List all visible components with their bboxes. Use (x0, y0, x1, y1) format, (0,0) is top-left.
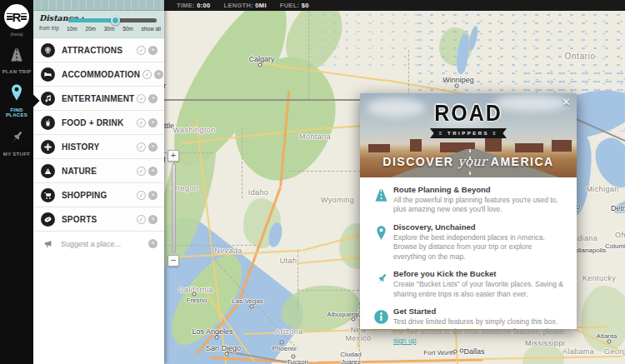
suggest-place-row[interactable]: Suggest a place... × (33, 232, 164, 256)
category-label: NATURE (62, 167, 134, 176)
map-label-alabama: Alabama (562, 347, 594, 356)
distance-tick-10m[interactable]: 10m (67, 26, 78, 32)
city-marker (250, 305, 254, 309)
ferris-wheel-icon (41, 43, 55, 57)
category-row-sports[interactable]: SPORTS✓× (33, 207, 164, 232)
category-check-icon[interactable]: ✓ (137, 94, 146, 103)
distance-ticks: 10m20m30m50mshow all (67, 26, 161, 32)
panel-header-strip (33, 0, 164, 11)
distance-filter: Distance : from trip 10m20m30m50mshow al… (33, 11, 164, 38)
map-label-utah: Utah (280, 257, 298, 265)
city-marker (453, 350, 458, 354)
sign-up-link[interactable]: sign up (393, 337, 416, 345)
map-pin-icon (8, 83, 26, 102)
category-list: ATTRACTIONS✓×ACCOMMODATION✓×ENTERTAINMEN… (33, 38, 164, 232)
city-marker (608, 340, 612, 344)
category-row-accommodation[interactable]: ACCOMMODATION✓× (33, 62, 164, 87)
category-x-icon[interactable]: × (148, 142, 158, 152)
app-logo[interactable]: R (beta) (0, 4, 33, 37)
category-x-icon[interactable]: × (148, 94, 158, 103)
city-marker (225, 352, 229, 357)
map-label-kentucky: Kentucky (582, 274, 616, 282)
city-marker (258, 63, 262, 67)
category-x-icon[interactable]: × (148, 215, 158, 224)
category-check-icon[interactable]: ✓ (137, 118, 146, 127)
suggest-clear-icon[interactable]: × (148, 239, 158, 248)
category-check-icon[interactable]: ✓ (137, 167, 146, 176)
zoom-slider[interactable] (172, 163, 176, 253)
map-label-ohio: Ohio (615, 231, 625, 239)
info-icon (368, 307, 393, 346)
category-label: SHOPPING (62, 191, 134, 200)
sidebar-item-my-stuff[interactable]: MY STUFF (0, 129, 33, 157)
category-check-icon[interactable]: ✓ (142, 70, 152, 79)
pushpin-icon (8, 129, 25, 146)
road-icon (8, 47, 25, 63)
close-icon[interactable]: ✕ (562, 96, 571, 108)
modal-tagline: DISCOVERyourAMERICA (360, 154, 577, 169)
city-marker (192, 292, 197, 297)
city-marker (460, 349, 464, 353)
zoom-in-button[interactable]: + (168, 150, 179, 162)
section-title: Before you Kick the Bucket (393, 269, 566, 278)
category-row-food-drink[interactable]: FOOD + DRINK✓× (33, 111, 164, 135)
city-marker (455, 84, 459, 88)
category-row-history[interactable]: HISTORY✓× (33, 135, 164, 159)
category-x-icon[interactable]: × (148, 191, 158, 200)
modal-logo: ROAD (360, 100, 577, 126)
pushpin-icon (368, 269, 393, 299)
modal-section-get-started: Get StartedTest drive limited features b… (368, 307, 566, 346)
category-check-icon[interactable]: ✓ (137, 191, 146, 200)
map-label-portland: Portland (164, 156, 166, 164)
suggest-place-label: Suggest a place... (61, 240, 146, 248)
city-marker (352, 317, 356, 322)
category-check-icon[interactable]: ✓ (137, 46, 146, 55)
distance-slider-track[interactable] (68, 18, 157, 22)
megaphone-icon (43, 239, 53, 249)
category-x-icon[interactable]: × (148, 167, 158, 176)
zoom-out-button[interactable]: − (168, 255, 179, 267)
category-check-icon[interactable]: ✓ (137, 142, 146, 152)
map-label-dallas: Dallas (463, 347, 484, 356)
distance-tick-50m[interactable]: 50m (122, 26, 133, 32)
category-label: ENTERTAINMENT (62, 94, 134, 103)
category-row-nature[interactable]: NATURE✓× (33, 159, 164, 183)
music-icon (41, 92, 55, 106)
map-label-seattle: Seattle (164, 122, 174, 130)
trip-fuel-stat: FUEL: $0 (280, 2, 309, 9)
distance-tick-20m[interactable]: 20m (85, 26, 96, 32)
category-x-icon[interactable]: × (154, 70, 163, 79)
modal-section-discovery-unchained: Discovery, UnchainedExplore the best ind… (368, 222, 566, 262)
category-x-icon[interactable]: × (148, 118, 158, 127)
section-text: Create "Bucket Lists" of your favorite p… (393, 280, 566, 299)
modal-body: Route Planning & BeyondAll the powerful … (360, 177, 577, 347)
cart-icon (41, 188, 55, 202)
category-row-attractions[interactable]: ATTRACTIONS✓× (33, 38, 164, 62)
modal-logo-ribbon: TRIPPERS (430, 128, 507, 138)
category-label: SPORTS (62, 215, 134, 224)
section-text: Explore the best independent places in A… (393, 233, 566, 262)
beta-label: (beta) (0, 32, 33, 37)
modal-section-route-planning-beyond: Route Planning & BeyondAll the powerful … (368, 185, 566, 215)
map-label-wyoming: Wyoming (321, 196, 354, 204)
distance-slider-handle[interactable] (111, 16, 120, 25)
modal-hero: ROAD TRIPPERS DISCOVERyourAMERICA ✕ (360, 93, 577, 177)
city-marker (292, 355, 296, 359)
category-x-icon[interactable]: × (148, 46, 158, 55)
trip-stats-bar: TIME: 0:00 LENGTH: 0MI FUEL: $0 (164, 0, 625, 11)
sidebar-item-plan-trip[interactable]: PLAN TRIP (0, 47, 33, 74)
category-check-icon[interactable]: ✓ (137, 215, 146, 224)
distance-tick-30m[interactable]: 30m (104, 26, 115, 32)
map-label-columbus: Columbus (605, 242, 625, 250)
welcome-modal: ROAD TRIPPERS DISCOVERyourAMERICA ✕ Rout… (360, 93, 577, 329)
section-title: Route Planning & Beyond (393, 185, 566, 194)
map-label-idaho: Idaho (248, 188, 269, 197)
trip-time-stat: TIME: 0:00 (177, 2, 211, 9)
section-title: Get Started (393, 307, 566, 316)
category-row-entertainment[interactable]: ENTERTAINMENT✓× (33, 87, 164, 111)
football-icon (41, 212, 55, 227)
nav-rail: R (beta) PLAN TRIP FIND PLACES MY STUFF (0, 0, 33, 364)
category-row-shopping[interactable]: SHOPPING✓× (33, 183, 164, 207)
map-zoom-control: + − (168, 150, 179, 267)
distance-tick-show-all[interactable]: show all (142, 26, 161, 32)
